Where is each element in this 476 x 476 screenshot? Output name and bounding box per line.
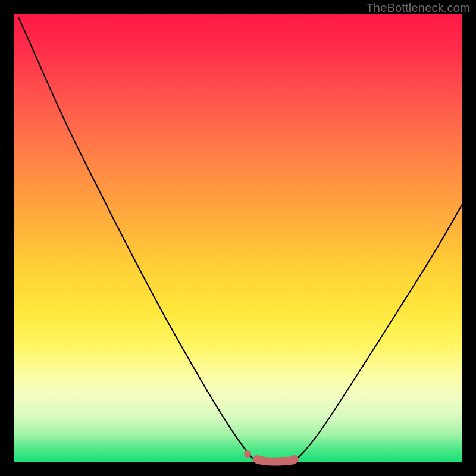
valley-marker-dot: [244, 450, 251, 458]
valley-marker-stroke: [257, 459, 295, 462]
chart-frame: TheBottleneck.com: [0, 0, 476, 476]
plot-area: [14, 14, 462, 462]
watermark-text: TheBottleneck.com: [366, 1, 470, 15]
curve-left-branch: [18, 17, 255, 461]
curve-right-branch: [293, 204, 462, 461]
curve-layer: [14, 14, 462, 462]
